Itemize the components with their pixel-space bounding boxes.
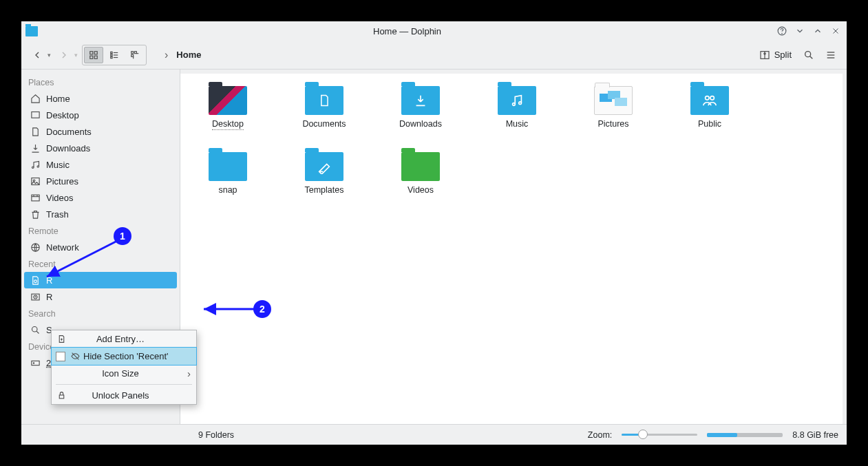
recent-doc-icon [30, 275, 41, 286]
folder-music[interactable]: Music [486, 86, 548, 130]
svg-rect-49 [615, 98, 627, 106]
file-view[interactable]: Desktop Documents Downloads Music Pictur… [180, 74, 843, 424]
svg-point-1 [782, 33, 783, 34]
folder-public[interactable]: Public [679, 86, 741, 130]
hamburger-menu-button[interactable] [822, 45, 840, 65]
sidebar-item-downloads[interactable]: Downloads [24, 140, 177, 156]
folder-label: Desktop [212, 119, 244, 130]
dolphin-window: Home — Dolphin ▾ ▾ [21, 21, 847, 445]
checkbox-icon [56, 352, 65, 361]
svg-rect-8 [111, 54, 112, 55]
svg-point-30 [33, 180, 35, 182]
svg-point-36 [34, 279, 36, 282]
pictures-glyph-icon [595, 87, 632, 114]
picture-icon [30, 176, 41, 187]
menu-label: Hide Section 'Recent' [83, 351, 168, 361]
sidebar-item-music[interactable]: Music [24, 156, 177, 173]
desktop-icon [30, 109, 41, 120]
folder-label: Videos [407, 185, 434, 195]
music-glyph-icon [498, 86, 536, 115]
folder-documents[interactable]: Documents [293, 86, 355, 130]
view-icons-button[interactable] [84, 47, 103, 63]
view-details-button[interactable] [125, 47, 145, 63]
annotation-badge-2: 2 [253, 300, 271, 318]
forward-button[interactable] [55, 45, 73, 65]
sidebar-item-pictures[interactable]: Pictures [24, 173, 177, 189]
sidebar-label: Trash [46, 209, 69, 220]
annotation-2: 2 [200, 299, 282, 319]
sidebar-label: Pictures [46, 176, 78, 187]
search-button[interactable] [800, 45, 818, 65]
split-view-button[interactable]: Split [755, 50, 796, 61]
zoom-slider[interactable] [622, 434, 697, 436]
menu-label: Icon Size [102, 368, 138, 379]
home-icon [30, 93, 41, 104]
search-header: Search [24, 305, 177, 321]
folder-desktop[interactable]: Desktop [197, 86, 259, 130]
forward-dropdown-icon[interactable]: ▾ [74, 52, 78, 59]
annotation-badge-1: 1 [114, 227, 131, 245]
view-compact-button[interactable] [105, 47, 124, 63]
svg-point-42 [33, 362, 34, 363]
svg-rect-13 [134, 51, 136, 53]
view-mode-group [82, 45, 147, 65]
svg-point-21 [805, 51, 811, 56]
drive-icon [30, 357, 41, 368]
search-icon [30, 324, 41, 335]
toolbar: ▾ ▾ › Home Split [21, 41, 847, 70]
menu-icon-size[interactable]: Icon Size [52, 365, 196, 382]
sidebar-label: Music [46, 160, 70, 170]
folder-pictures[interactable]: Pictures [582, 86, 644, 130]
folder-videos[interactable]: Videos [390, 152, 452, 195]
svg-line-40 [36, 331, 39, 333]
svg-point-28 [37, 165, 39, 167]
help-button[interactable] [775, 24, 789, 38]
folder-templates[interactable]: Templates [293, 152, 355, 195]
breadcrumb-separator-icon: › [165, 49, 168, 61]
sidebar-item-home[interactable]: Home [24, 90, 177, 107]
close-button[interactable] [829, 24, 843, 38]
menu-unlock-panels[interactable]: Unlock Panels [52, 387, 196, 404]
menu-add-entry[interactable]: Add Entry… [52, 330, 196, 348]
sidebar-label: Downloads [46, 143, 90, 153]
templates-glyph-icon [305, 152, 343, 181]
places-header: Places [24, 74, 177, 90]
zoom-label: Zoom: [588, 430, 612, 440]
annotation-1: 1 [41, 227, 138, 289]
folder-label: Downloads [399, 119, 442, 129]
svg-point-39 [32, 326, 37, 332]
back-dropdown-icon[interactable]: ▾ [47, 52, 51, 59]
menu-hide-section[interactable]: Hide Section 'Recent' [51, 347, 197, 366]
menu-separator [56, 384, 192, 385]
svg-line-22 [810, 56, 813, 59]
folder-snap[interactable]: snap [197, 152, 259, 195]
svg-rect-14 [131, 54, 134, 56]
sidebar-item-trash[interactable]: Trash [24, 206, 177, 222]
folder-label: Public [698, 119, 721, 129]
svg-point-45 [513, 103, 516, 106]
zoom-knob[interactable] [638, 430, 648, 439]
sidebar-item-documents[interactable]: Documents [24, 123, 177, 140]
sidebar-item-videos[interactable]: Videos [24, 189, 177, 206]
status-free-space: 8.8 GiB free [792, 430, 838, 440]
folder-downloads[interactable]: Downloads [390, 86, 452, 130]
menu-label: Add Entry… [96, 334, 145, 344]
public-glyph-icon [690, 86, 729, 115]
download-icon [30, 142, 41, 153]
minimize-button[interactable] [793, 24, 807, 38]
split-label: Split [774, 50, 792, 60]
breadcrumb-home[interactable]: Home [176, 50, 201, 60]
sidebar-context-menu: Add Entry… Hide Section 'Recent' Icon Si… [51, 330, 197, 405]
back-button[interactable] [28, 45, 46, 65]
svg-rect-6 [111, 52, 112, 53]
sidebar-item-recent-2[interactable]: R [24, 288, 177, 305]
svg-rect-4 [90, 56, 93, 59]
trash-icon [30, 209, 41, 220]
sidebar-item-desktop[interactable]: Desktop [24, 107, 177, 123]
network-icon [30, 242, 41, 253]
maximize-button[interactable] [811, 24, 825, 38]
svg-point-46 [519, 102, 522, 105]
svg-rect-5 [94, 56, 97, 59]
svg-rect-26 [31, 112, 39, 118]
disk-usage-bar [707, 433, 783, 437]
